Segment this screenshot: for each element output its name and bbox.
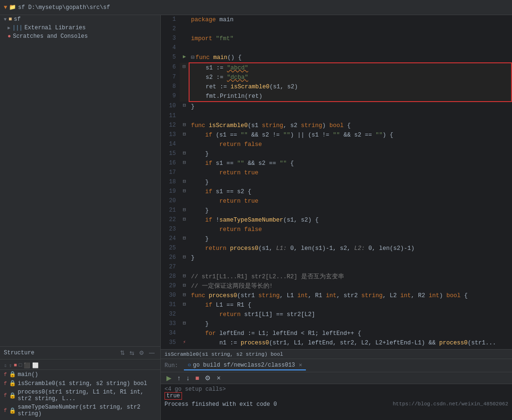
fold-icon-24[interactable]: ⊟ <box>183 235 186 241</box>
sort-alpha-button[interactable]: ⇅ <box>118 349 127 357</box>
table-row: 10 ⊟ } <box>161 102 512 111</box>
table-row: 4 <box>161 43 512 53</box>
fold-icon-30[interactable]: ⊟ <box>183 292 186 298</box>
run-tab-close-button[interactable]: ✕ <box>299 361 302 369</box>
code-line <box>189 111 512 121</box>
fold-icon-22[interactable]: ⊟ <box>183 216 186 222</box>
struct-tool-5[interactable]: ⬛ <box>24 362 30 369</box>
run-stop-button[interactable]: ■ <box>193 373 201 383</box>
struct-item-process0[interactable]: f 🔒 process0(str1 string, L1 int, R1 int… <box>0 388 160 403</box>
fold-icon-33[interactable]: ⊟ <box>183 320 186 326</box>
struct-item-isscramble[interactable]: f 🔒 isScramble0(s1 string, s2 string) bo… <box>0 379 160 388</box>
table-row: 20 return true <box>161 197 512 206</box>
fold-icon-12[interactable]: ⊟ <box>183 122 186 128</box>
line-gutter: ⊟ <box>180 300 189 310</box>
code-line: func process0(str1 string, L1 int, R1 in… <box>189 291 512 300</box>
table-row: 5 ▶ ⊟func main() { <box>161 53 512 63</box>
fold-icon-15[interactable]: ⊟ <box>183 150 186 156</box>
struct-tool-1[interactable]: ⇩ <box>4 362 7 369</box>
table-row: 29 ⊟ // 一定保证这两段是等长的! <box>161 282 512 291</box>
struct-tool-4[interactable]: □ <box>19 362 22 369</box>
line-gutter: ⊟ <box>180 206 189 215</box>
line-number: 24 <box>161 234 180 244</box>
sort-type-button[interactable]: ⇆ <box>128 349 136 357</box>
line-number: 9 <box>161 92 180 102</box>
line-gutter <box>180 244 189 253</box>
run-up-button[interactable]: ↑ <box>175 373 182 383</box>
table-row: 25 return process0(s1, L1: 0, len(s1)-1,… <box>161 244 512 253</box>
sidebar-item-scratches[interactable]: ● Scratches and Consoles <box>0 32 160 41</box>
table-row: 23 return false <box>161 225 512 234</box>
run-content: <4 go setup calls> true Process finished… <box>161 384 512 420</box>
table-row: 15 ⊟ } <box>161 149 512 159</box>
fold-icon-19[interactable]: ⊟ <box>183 188 186 194</box>
line-number: 21 <box>161 206 180 215</box>
editor-area: 1 package main 2 3 import "fmt" <box>161 15 512 420</box>
run-close-button[interactable]: × <box>215 373 222 383</box>
sidebar-item-sf[interactable]: ▼ ■ sf <box>0 15 160 24</box>
line-number: 17 <box>161 168 180 178</box>
line-gutter <box>180 329 189 338</box>
code-line: return false <box>189 140 512 149</box>
structure-items-list: ⇩ ⇧ ■ □ ⬛ ⬜ f 🔒 main() f 🔒 isScramble0(s… <box>0 360 160 420</box>
code-line: s2 := "dcba" <box>189 73 512 82</box>
code-container[interactable]: 1 package main 2 3 import "fmt" <box>161 15 512 349</box>
code-line: return true <box>189 197 512 206</box>
table-row: 16 ⊟ if s1 == "" && s2 == "" { <box>161 159 512 168</box>
fold-icon-6[interactable]: ⊟ <box>182 64 186 69</box>
code-line: if (s1 == "" && s2 != "") || (s1 != "" &… <box>189 130 512 140</box>
struct-tool-3[interactable]: ■ <box>14 362 17 369</box>
run-url: https://blog.csdn.net/weixin_48502062 <box>393 401 508 407</box>
line-gutter: ⊟ <box>180 130 189 140</box>
run-down-button[interactable]: ↓ <box>184 373 191 383</box>
run-true-value: true <box>165 392 182 400</box>
close-structure-button[interactable]: — <box>147 349 156 357</box>
fold-icon-28[interactable]: ⊟ <box>183 273 186 279</box>
fold-icon-16[interactable]: ⊟ <box>183 160 186 165</box>
code-line: // 一定保证这两段是等长的! <box>189 282 512 291</box>
line-number: 14 <box>161 140 180 149</box>
fold-icon-31[interactable]: ⊟ <box>183 301 186 307</box>
struct-item-main[interactable]: f 🔒 main() <box>0 370 160 379</box>
line-number: 31 <box>161 300 180 310</box>
structure-panel: Structure ⇅ ⇆ ⚙ — ⇩ ⇧ ■ □ ⬛ ⬜ <box>0 346 160 420</box>
sidebar-tree: ▼ ■ sf ▶ ||| External Libraries ● Scratc… <box>0 15 160 346</box>
table-row: 3 import "fmt" <box>161 34 512 43</box>
code-line: return process0(s1, L1: 0, len(s1)-1, s2… <box>189 244 512 253</box>
run-tab[interactable]: ○ go build sf/newclass2/class013 ✕ <box>184 360 306 370</box>
table-row: 6 ⊟ s1 := "abcd" <box>161 63 512 73</box>
line-number: 23 <box>161 225 180 234</box>
line-number: 34 <box>161 329 180 338</box>
struct-tool-6[interactable]: ⬜ <box>32 362 39 369</box>
settings-button[interactable]: ⚙ <box>137 349 146 357</box>
table-row: 21 ⊟ } <box>161 206 512 215</box>
fold-open-icon[interactable]: ⊟ <box>191 54 195 61</box>
line-gutter: ⊟ <box>180 159 189 168</box>
fold-icon-29[interactable]: ⊟ <box>183 283 186 288</box>
struct-func-icon-process0: f <box>4 393 7 398</box>
fold-icon-26[interactable]: ⊟ <box>183 254 186 260</box>
struct-item-sametype[interactable]: f 🔒 sameTypeSameNumber(str1 string, str2… <box>0 403 160 418</box>
struct-label-process0: process0(str1 string, L1 int, R1 int, st… <box>18 389 156 402</box>
line-gutter <box>180 15 189 25</box>
code-line: ret := isScramble0(s1, s2) <box>189 82 512 92</box>
table-row: 14 return false <box>161 140 512 149</box>
fold-icon-10[interactable]: ⊟ <box>183 103 186 108</box>
arrow-icon-libs: ▶ <box>8 25 10 31</box>
struct-tool-2[interactable]: ⇧ <box>9 362 12 369</box>
fold-icon-18[interactable]: ⊟ <box>183 179 186 184</box>
fold-icon-21[interactable]: ⊟ <box>183 207 186 213</box>
table-row: 33 ⊟ } <box>161 319 512 329</box>
code-line: } <box>189 149 512 159</box>
line-gutter <box>180 225 189 234</box>
line-gutter: ⊟ <box>180 215 189 225</box>
sidebar-item-ext-libs[interactable]: ▶ ||| External Libraries <box>0 24 160 32</box>
line-gutter: ⊟ <box>180 282 189 291</box>
table-row: 26 ⊟ } <box>161 253 512 263</box>
line-gutter <box>180 82 189 92</box>
run-settings-button[interactable]: ⚙ <box>203 373 213 383</box>
fold-icon-13[interactable]: ⊟ <box>183 131 186 137</box>
table-row: 18 ⊟ } <box>161 178 512 187</box>
line-number: 26 <box>161 253 180 263</box>
run-play-button[interactable]: ▶ <box>165 373 174 383</box>
